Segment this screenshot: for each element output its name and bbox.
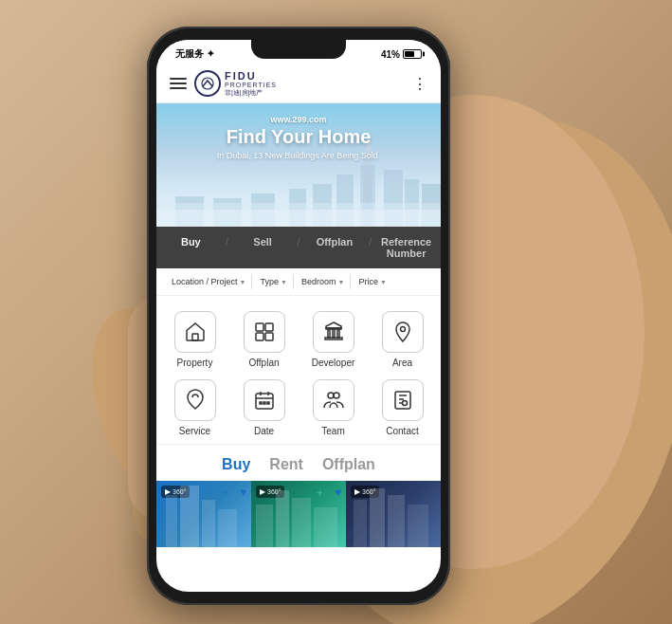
icon-area[interactable]: Area [373, 311, 431, 368]
svg-point-33 [402, 401, 407, 406]
hero-subtitle: In Dubai, 13 New Buildings Are Being Sol… [156, 151, 441, 160]
svg-rect-39 [276, 490, 289, 547]
service-label: Service [179, 426, 210, 436]
property-card-3[interactable]: ▶360° [346, 481, 441, 547]
filter-location[interactable]: Location / Project ▼ [166, 274, 252, 289]
property-card-1[interactable]: ▶360° ♥ ＋ [156, 481, 251, 547]
icon-service[interactable]: Service [166, 379, 224, 436]
filter-location-arrow: ▼ [240, 279, 246, 285]
svg-rect-42 [354, 500, 367, 547]
developer-icon-box [313, 311, 354, 353]
battery-icon [403, 49, 422, 59]
icon-team[interactable]: Team [304, 379, 362, 436]
hero-section: www.299.com Find Your Home In Dubai, 13 … [156, 103, 441, 227]
svg-rect-44 [388, 495, 405, 547]
contact-label: Contact [386, 426, 418, 436]
icon-developer[interactable]: Developer [304, 311, 362, 368]
icon-contact[interactable]: Contact [373, 379, 431, 436]
developer-label: Developer [312, 358, 355, 368]
area-icon-box [382, 311, 424, 353]
svg-point-5 [202, 78, 213, 89]
property-label: Property [177, 358, 213, 368]
svg-rect-34 [166, 495, 177, 547]
hero-content: www.299.com Find Your Home In Dubai, 13 … [156, 103, 441, 160]
offplan-icon-box [244, 311, 285, 353]
tab-reference[interactable]: Reference Number [372, 234, 441, 261]
notch [251, 40, 346, 59]
phone: 无服务 ✦ 09:08 41% [147, 27, 450, 605]
svg-rect-29 [256, 394, 273, 409]
bro-tab-offplan[interactable]: Offplan [322, 456, 375, 473]
svg-rect-35 [180, 486, 199, 547]
main-tab-bar: Buy / Sell / Offplan / Reference Number [156, 227, 441, 268]
icon-grid: Property Offplan Developer [156, 296, 441, 444]
filter-price[interactable]: Price ▼ [353, 274, 391, 289]
svg-rect-40 [292, 498, 311, 547]
filter-type[interactable]: Type ▼ [254, 274, 293, 289]
tab-buy[interactable]: Buy [156, 234, 226, 261]
logo: FIDU PROPERTIES 菲|迪|房|地产 [194, 70, 277, 97]
svg-rect-36 [202, 500, 215, 547]
signal-text: 无服务 ✦ [175, 47, 214, 61]
property-icon-box [174, 311, 216, 353]
svg-rect-38 [256, 505, 273, 547]
icon-date[interactable]: Date [235, 379, 293, 436]
bro-tab-buy[interactable]: Buy [222, 456, 250, 473]
svg-rect-23 [256, 333, 263, 340]
offplan-label: Offplan [248, 358, 279, 368]
svg-rect-45 [408, 505, 428, 547]
svg-rect-20 [192, 334, 198, 340]
svg-point-31 [334, 393, 339, 398]
brand-sub: PROPERTIES [225, 82, 277, 89]
date-icon-box [244, 379, 285, 421]
tab-offplan[interactable]: Offplan [300, 234, 370, 261]
hero-url: www.299.com [156, 115, 441, 124]
property-cards-row: ▶360° ♥ ＋ ▶360° ♥ [156, 481, 441, 547]
bro-tabs: Buy Rent Offplan [156, 444, 441, 481]
icon-offplan[interactable]: Offplan [235, 311, 293, 368]
battery-percent: 41% [381, 49, 400, 60]
area-label: Area [392, 358, 412, 368]
filter-bedroom-arrow: ▼ [337, 279, 344, 285]
filter-type-arrow: ▼ [281, 279, 287, 285]
logo-circle [194, 70, 221, 97]
svg-rect-24 [265, 333, 273, 340]
svg-rect-37 [218, 509, 237, 547]
tab-sell[interactable]: Sell [228, 234, 298, 261]
top-nav: FIDU PROPERTIES 菲|迪|房|地产 ⋮ [156, 64, 441, 103]
filter-price-arrow: ▼ [380, 279, 387, 285]
svg-rect-25 [328, 329, 330, 338]
brand-name: FIDU [225, 70, 277, 82]
team-label: Team [321, 426, 344, 436]
svg-rect-21 [256, 323, 263, 331]
property-card-2[interactable]: ▶360° ♥ ＋ [251, 481, 346, 547]
battery-area: 41% [381, 49, 422, 60]
hero-title: Find Your Home [156, 126, 441, 148]
more-button[interactable]: ⋮ [412, 75, 427, 93]
filter-bar: Location / Project ▼ Type ▼ Bedroom ▼ Pr… [156, 268, 441, 296]
svg-rect-32 [395, 392, 410, 409]
brand-chinese: 菲|迪|房|地产 [225, 89, 277, 97]
svg-rect-43 [370, 488, 385, 547]
svg-point-30 [328, 393, 334, 398]
svg-point-28 [400, 327, 405, 332]
date-label: Date [254, 426, 274, 436]
svg-rect-26 [333, 329, 335, 338]
service-icon-box [174, 379, 216, 421]
svg-rect-41 [314, 507, 337, 547]
team-icon-box [313, 379, 354, 421]
icon-property[interactable]: Property [166, 311, 224, 368]
svg-rect-22 [265, 323, 273, 331]
logo-text: FIDU PROPERTIES 菲|迪|房|地产 [225, 70, 277, 96]
filter-bedroom[interactable]: Bedroom ▼ [296, 274, 351, 289]
svg-rect-19 [156, 210, 441, 227]
svg-rect-27 [337, 329, 339, 338]
menu-button[interactable] [170, 78, 187, 89]
contact-icon-box [382, 379, 424, 421]
bro-tab-rent[interactable]: Rent [269, 456, 303, 473]
phone-screen: 无服务 ✦ 09:08 41% [156, 40, 441, 592]
